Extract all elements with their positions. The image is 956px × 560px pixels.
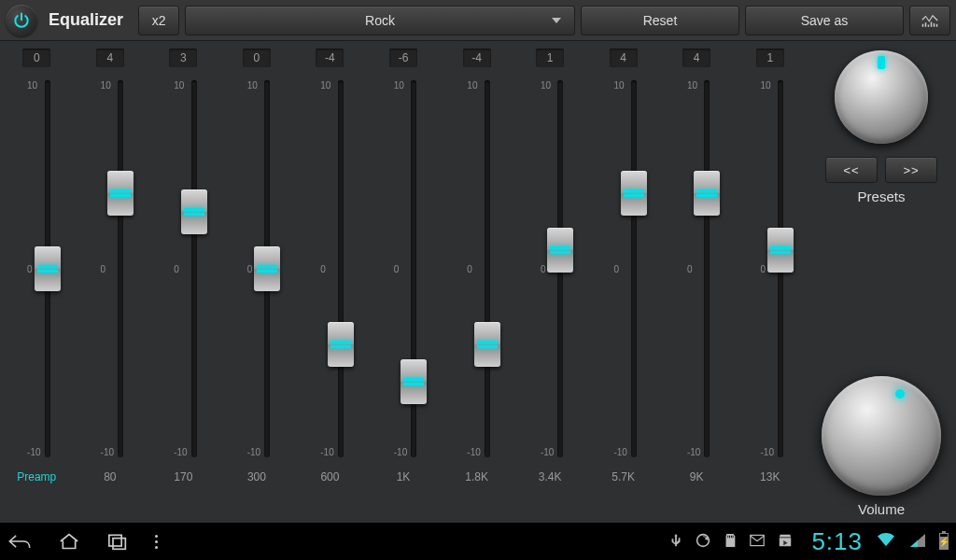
frequency-label: 80 bbox=[104, 470, 116, 483]
eq-band: 0100-10300 bbox=[220, 49, 294, 517]
tick-labels: 100-10 bbox=[463, 73, 484, 465]
slider-track[interactable] bbox=[45, 80, 50, 457]
frequency-label: 600 bbox=[320, 470, 339, 483]
slider-thumb[interactable] bbox=[547, 228, 573, 273]
slider-thumb[interactable] bbox=[474, 322, 500, 367]
slider-track[interactable] bbox=[338, 80, 344, 457]
save-as-button[interactable]: Save as bbox=[745, 6, 904, 35]
slider-track[interactable] bbox=[631, 80, 637, 457]
eq-view-button[interactable] bbox=[909, 6, 950, 35]
frequency-label: 300 bbox=[247, 470, 266, 483]
frequency-label: 13K bbox=[760, 470, 780, 483]
slider-wrap: 100-10 bbox=[610, 73, 636, 465]
slider-thumb[interactable] bbox=[621, 171, 647, 216]
slider-thumb[interactable] bbox=[401, 359, 427, 404]
eq-band: 1100-1013K bbox=[733, 49, 807, 517]
slider-thumb[interactable] bbox=[181, 189, 207, 234]
menu-button[interactable] bbox=[155, 535, 158, 549]
preset-select[interactable]: Rock bbox=[185, 6, 575, 35]
svg-rect-6 bbox=[109, 535, 121, 546]
frequency-label: 9K bbox=[690, 470, 704, 483]
signal-icon bbox=[909, 533, 926, 551]
power-icon bbox=[12, 11, 31, 30]
band-value: 4 bbox=[96, 49, 124, 67]
play-store-icon bbox=[778, 533, 793, 551]
svg-rect-4 bbox=[934, 23, 935, 27]
right-panel: << >> Presets Volume bbox=[807, 41, 956, 523]
slider-wrap: 100-10 bbox=[316, 73, 343, 465]
tick-labels: 100-10 bbox=[97, 73, 118, 465]
band-value: -4 bbox=[463, 49, 491, 67]
home-icon bbox=[58, 532, 80, 551]
band-value: -4 bbox=[316, 49, 344, 67]
slider-thumb[interactable] bbox=[107, 171, 134, 216]
eq-band: 4100-1080 bbox=[74, 49, 148, 517]
gmail-icon bbox=[750, 534, 765, 550]
band-value: 0 bbox=[243, 49, 271, 67]
frequency-label: 1.8K bbox=[465, 470, 488, 483]
svg-rect-2 bbox=[928, 24, 930, 26]
tick-labels: 100-10 bbox=[316, 73, 337, 465]
frequency-label: 1K bbox=[397, 470, 411, 483]
main: 0100-10Preamp4100-10803100-101700100-103… bbox=[0, 41, 956, 523]
band-value: 4 bbox=[682, 49, 710, 67]
back-button[interactable] bbox=[7, 532, 32, 551]
sync-icon bbox=[696, 533, 710, 551]
back-icon bbox=[7, 532, 32, 551]
preset-prev-button[interactable]: << bbox=[825, 157, 878, 183]
preamp-label: Preamp bbox=[17, 470, 56, 483]
preamp-band: 0100-10Preamp bbox=[0, 49, 74, 517]
band-value: 4 bbox=[610, 49, 638, 67]
slider-track[interactable] bbox=[264, 80, 270, 457]
preset-selected-label: Rock bbox=[365, 13, 395, 28]
slider-wrap: 100-10 bbox=[244, 73, 270, 465]
preset-knob[interactable] bbox=[835, 50, 928, 144]
band-value: 3 bbox=[169, 49, 197, 67]
slider-thumb[interactable] bbox=[254, 246, 280, 291]
slider-wrap: 100-10 bbox=[463, 73, 489, 465]
knob-indicator bbox=[878, 56, 885, 69]
system-navbar: 5:13 ⚡ bbox=[0, 523, 956, 560]
slider-wrap: 100-10 bbox=[757, 73, 783, 465]
slider-track[interactable] bbox=[118, 80, 123, 457]
band-value: 1 bbox=[536, 49, 564, 67]
clock: 5:13 bbox=[811, 527, 863, 556]
frequency-label: 5.7K bbox=[612, 470, 635, 483]
slider-track[interactable] bbox=[191, 80, 197, 457]
page-title: Equalizer bbox=[49, 10, 123, 30]
recent-icon bbox=[106, 532, 129, 551]
knob-indicator bbox=[895, 389, 905, 399]
tick-labels: 100-10 bbox=[610, 73, 630, 465]
usb-icon bbox=[669, 533, 682, 551]
presets-label: Presets bbox=[858, 189, 906, 204]
eq-band: -6100-101K bbox=[367, 49, 441, 517]
multiplier-button[interactable]: x2 bbox=[138, 6, 179, 35]
slider-thumb[interactable] bbox=[767, 228, 794, 273]
slider-track[interactable] bbox=[485, 80, 490, 457]
volume-label: Volume bbox=[858, 501, 905, 517]
slider-track[interactable] bbox=[557, 80, 563, 457]
svg-rect-3 bbox=[931, 21, 933, 26]
band-value: 1 bbox=[756, 49, 784, 67]
band-value: 0 bbox=[22, 49, 50, 67]
frequency-label: 3.4K bbox=[539, 470, 562, 483]
slider-track[interactable] bbox=[778, 80, 783, 457]
band-value: -6 bbox=[389, 49, 417, 67]
slider-track[interactable] bbox=[411, 80, 416, 457]
home-button[interactable] bbox=[58, 532, 80, 551]
eq-view-icon bbox=[921, 12, 938, 29]
sd-card-icon bbox=[724, 533, 737, 551]
eq-band: 3100-10170 bbox=[147, 49, 220, 517]
power-button[interactable] bbox=[6, 5, 37, 36]
recent-apps-button[interactable] bbox=[106, 532, 129, 551]
slider-thumb[interactable] bbox=[328, 322, 354, 367]
slider-thumb[interactable] bbox=[694, 171, 720, 216]
svg-rect-7 bbox=[113, 539, 125, 550]
preset-next-button[interactable]: >> bbox=[885, 157, 937, 183]
reset-button[interactable]: Reset bbox=[581, 6, 739, 35]
tick-labels: 100-10 bbox=[170, 73, 190, 465]
volume-knob[interactable] bbox=[822, 376, 941, 496]
chevron-down-icon bbox=[552, 18, 561, 23]
slider-thumb[interactable] bbox=[35, 246, 61, 291]
slider-track[interactable] bbox=[704, 80, 710, 457]
